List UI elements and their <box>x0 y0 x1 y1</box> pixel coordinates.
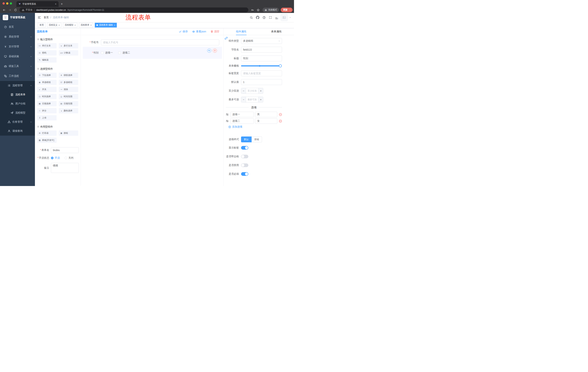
new-tab-button[interactable]: + <box>59 1 65 7</box>
search-icon[interactable] <box>249 15 254 20</box>
component-button[interactable]: ▣按钮 <box>59 130 78 136</box>
forward-button[interactable] <box>7 8 12 12</box>
tag-close-icon[interactable]: × <box>74 24 75 26</box>
avatar[interactable] <box>281 14 288 21</box>
sidebar-item-process-model[interactable]: 流程模型 <box>0 108 35 117</box>
component-type-select[interactable]: 多选框组 <box>241 38 282 44</box>
sidebar-item-infrastructure[interactable]: 基础设施 <box>0 52 35 61</box>
component-checkbox-group[interactable]: ☑多选框组 <box>59 80 78 85</box>
gender-field-row-selected[interactable]: *性别 选项一 选项二 <box>83 47 222 59</box>
increase-icon[interactable]: + <box>258 88 263 94</box>
tab-close-icon[interactable]: × <box>54 2 57 5</box>
browser-update-button[interactable]: 更新 ⋮ <box>281 8 293 12</box>
slider-handle[interactable] <box>279 64 282 67</box>
breadcrumb-home[interactable]: 首页 <box>44 16 49 19</box>
remove-option-icon[interactable] <box>279 113 282 116</box>
sidebar-item-leave-query[interactable]: 请假查询 <box>0 127 35 136</box>
font-size-icon[interactable]: TT <box>274 15 279 20</box>
clear-button[interactable]: 清空 <box>210 30 220 33</box>
option-name-input[interactable] <box>230 118 254 124</box>
reload-button[interactable] <box>13 8 18 12</box>
copy-field-button[interactable] <box>207 49 211 53</box>
add-option-button[interactable]: 添加选项 <box>228 125 282 128</box>
tag-close-icon[interactable]: × <box>90 24 92 26</box>
decrease-icon[interactable]: − <box>241 97 246 102</box>
sidebar-item-home[interactable]: 首页 <box>0 22 35 32</box>
component-switch[interactable]: ◐开关 <box>37 87 57 92</box>
status-radio-on[interactable]: 开启 <box>51 156 60 159</box>
style-button-button[interactable]: 按钮 <box>252 137 262 142</box>
form-name-input[interactable] <box>51 147 79 153</box>
status-radio-off[interactable]: 关闭 <box>64 156 74 159</box>
option-value-input[interactable] <box>255 118 277 124</box>
component-time-range[interactable]: ◶时间范围 <box>59 94 78 99</box>
gender-checkbox-option1[interactable]: 选项一 <box>101 51 113 54</box>
sidebar-item-payment[interactable]: ¥ 支付管理 <box>0 42 35 52</box>
component-password[interactable]: ⊡密码 <box>37 50 57 55</box>
component-cascader[interactable]: ⋔级联选择 <box>59 73 78 78</box>
tag-close-icon[interactable]: × <box>114 24 115 26</box>
drag-handle-icon[interactable] <box>226 113 229 116</box>
component-date-range[interactable]: ▤日期范围 <box>59 101 78 106</box>
password-key-icon[interactable] <box>250 8 255 12</box>
save-button[interactable]: 保存 <box>179 30 188 33</box>
sidebar-item-workflow[interactable]: 工作流程 <box>0 71 35 81</box>
sidebar-item-system[interactable]: 系统管理 <box>0 32 35 42</box>
remove-option-icon[interactable] <box>279 120 282 123</box>
window-close-button[interactable] <box>2 2 5 5</box>
window-zoom-button[interactable] <box>10 2 12 5</box>
phone-input[interactable] <box>101 40 219 45</box>
show-label-toggle[interactable] <box>241 146 248 149</box>
view-json-button[interactable]: 查看json <box>192 30 206 33</box>
bookmark-star-icon[interactable] <box>255 8 261 12</box>
browser-menu-icon[interactable]: ⋮ <box>289 9 291 11</box>
help-icon[interactable] <box>262 15 266 20</box>
component-multi-line-text[interactable]: ≡多行文本 <box>59 43 78 48</box>
component-editor[interactable]: ✎编辑器 <box>37 57 57 63</box>
title-input[interactable] <box>241 55 282 61</box>
component-color-picker[interactable]: ◑颜色选择 <box>59 108 78 113</box>
border-toggle[interactable] <box>241 155 248 158</box>
github-icon[interactable] <box>255 15 260 20</box>
avatar-caret-icon[interactable] <box>289 17 291 18</box>
sidebar-item-devtools[interactable]: 研发工具 <box>0 61 35 71</box>
sidebar-item-user-groups[interactable]: 用户分组 <box>0 99 35 108</box>
tag-process-definition[interactable]: 流程定义 × <box>47 23 61 28</box>
back-button[interactable] <box>1 8 7 12</box>
gender-checkbox-option2[interactable]: 选项二 <box>118 51 130 54</box>
component-row-container[interactable]: ⊞行容器 <box>37 130 57 136</box>
component-dropdown-select[interactable]: ⊙下拉选择 <box>37 73 57 78</box>
option-value-input[interactable] <box>255 112 277 117</box>
checkbox-box[interactable] <box>101 52 104 54</box>
delete-field-button[interactable] <box>213 49 217 53</box>
label-width-input[interactable] <box>241 70 282 76</box>
component-upload[interactable]: ↥上传 <box>37 115 57 120</box>
address-bar[interactable]: 不安全 dashboard.yudao.iocoder.cn/bpm/manag… <box>20 8 248 12</box>
field-name-input[interactable] <box>241 47 282 53</box>
sidebar-item-process-management[interactable]: 流程管理 <box>0 81 35 90</box>
decrease-icon[interactable]: − <box>241 88 246 94</box>
window-minimize-button[interactable] <box>6 2 8 5</box>
drag-handle-icon[interactable] <box>226 120 229 122</box>
component-date-picker[interactable]: ▦日期选择 <box>37 101 57 106</box>
tag-process-form-edit[interactable]: 流程表单-编辑 × <box>95 23 117 28</box>
style-default-button[interactable]: 默认 <box>241 137 252 142</box>
component-counter[interactable]: 123计数器 <box>59 50 78 55</box>
increase-icon[interactable]: + <box>258 97 263 102</box>
tag-close-icon[interactable]: × <box>59 24 60 26</box>
tag-home[interactable]: 首页 <box>38 23 45 28</box>
component-slider[interactable]: ⊸滑块 <box>59 87 78 92</box>
min-select-value[interactable]: 至少应选 <box>246 88 258 94</box>
required-toggle[interactable] <box>241 172 248 176</box>
checkbox-box[interactable] <box>118 52 121 54</box>
tab-form-props[interactable]: 表单属性 <box>259 28 294 35</box>
component-table[interactable]: ▦表格[开发中] <box>37 138 57 143</box>
sidebar-toggle-icon[interactable] <box>35 13 44 22</box>
sidebar-item-task-management[interactable]: 任务管理 <box>0 117 35 127</box>
option-name-input[interactable] <box>230 112 254 117</box>
disabled-toggle[interactable] <box>241 163 248 167</box>
browser-tab[interactable]: 芋道管理系统 × <box>16 1 59 7</box>
max-select-value[interactable]: 最多可选 <box>246 97 258 102</box>
tag-process-model[interactable]: 流程模型 × <box>63 23 77 28</box>
form-remark-textarea[interactable]: 嘿嘿 <box>51 163 79 173</box>
